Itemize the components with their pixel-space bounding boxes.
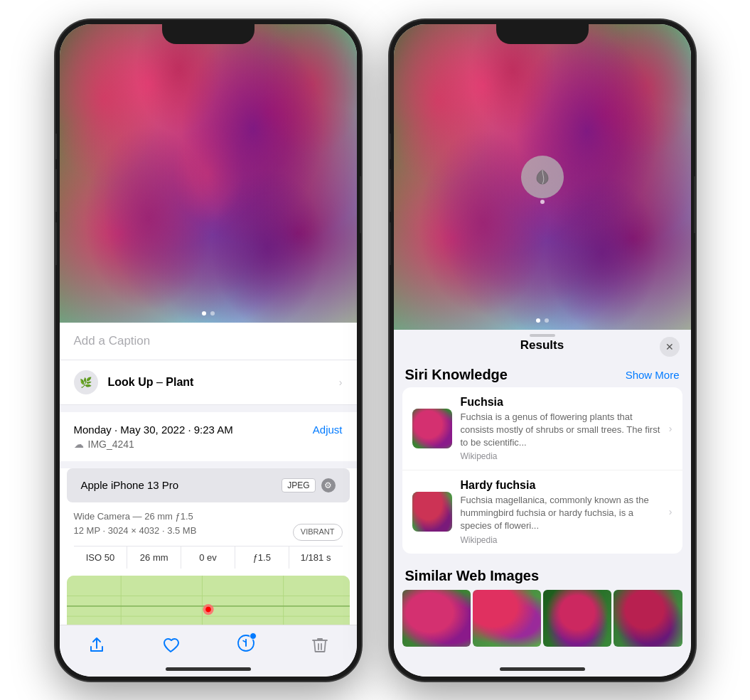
fuchsia-source: Wikipedia bbox=[461, 451, 660, 461]
flower-overlay bbox=[60, 24, 357, 323]
hardy-fuchsia-item[interactable]: Hardy fuchsia Fuchsia magellanica, commo… bbox=[402, 470, 682, 554]
results-title: Results bbox=[520, 338, 564, 352]
home-indicator bbox=[166, 667, 251, 671]
fuchsia-chevron-icon: › bbox=[669, 423, 673, 434]
exif-iso: ISO 50 bbox=[74, 546, 128, 569]
adjust-button[interactable]: Adjust bbox=[313, 424, 343, 436]
photo-view[interactable] bbox=[60, 24, 357, 323]
svg-rect-0 bbox=[67, 576, 350, 624]
exif-ev: 0 ev bbox=[181, 546, 235, 569]
right-home-indicator bbox=[500, 667, 585, 671]
hardy-chevron-icon: › bbox=[669, 506, 673, 517]
similar-image-3[interactable] bbox=[543, 590, 611, 647]
fuchsia-item[interactable]: Fuchsia Fuchsia is a genus of flowering … bbox=[402, 387, 682, 471]
right-page-indicator bbox=[536, 318, 549, 323]
device-name-text: Apple iPhone 13 Pro bbox=[81, 479, 179, 491]
heart-button[interactable] bbox=[162, 637, 179, 654]
hardy-info: Hardy fuchsia Fuchsia magellanica, commo… bbox=[461, 479, 660, 545]
caption-field[interactable]: Add a Caption bbox=[60, 323, 357, 360]
exif-row: ISO 50 26 mm 0 ev ƒ1.5 1/181 s bbox=[74, 546, 343, 569]
volume-up-button-right[interactable] bbox=[390, 169, 391, 212]
fuchsia-name: Fuchsia bbox=[461, 396, 660, 409]
exif-aperture: ƒ1.5 bbox=[235, 546, 289, 569]
chevron-right-icon: › bbox=[339, 377, 343, 388]
siri-knowledge-title: Siri Knowledge bbox=[405, 367, 508, 383]
flower-photo bbox=[60, 24, 357, 323]
trash-icon bbox=[312, 637, 328, 654]
device-row: Apple iPhone 13 Pro JPEG ⚙ bbox=[67, 468, 350, 502]
info-button[interactable] bbox=[237, 634, 255, 657]
dot-1 bbox=[202, 311, 206, 316]
hardy-thumbnail bbox=[412, 492, 452, 532]
show-more-button[interactable]: Show More bbox=[626, 369, 680, 381]
format-badge: JPEG bbox=[282, 478, 315, 492]
dot-right-2 bbox=[545, 318, 549, 323]
look-up-row[interactable]: 🌿 Look Up – Plant › bbox=[60, 360, 357, 405]
similar-images-header: Similar Web Images bbox=[394, 561, 691, 590]
similar-image-1[interactable] bbox=[402, 590, 471, 647]
date-text: Monday · May 30, 2022 · 9:23 AM bbox=[74, 424, 233, 436]
leaf-siri-icon bbox=[531, 166, 554, 188]
hardy-desc: Fuchsia magellanica, commonly known as t… bbox=[461, 494, 660, 533]
siri-visual-search-badge[interactable] bbox=[521, 156, 564, 198]
date-row: Monday · May 30, 2022 · 9:23 AM Adjust bbox=[74, 424, 343, 436]
dot-2 bbox=[210, 311, 215, 316]
right-photo-view bbox=[394, 24, 691, 330]
left-phone: Add a Caption 🌿 Look Up – Plant › bbox=[55, 20, 361, 681]
exif-shutter: 1/181 s bbox=[289, 546, 343, 569]
hardy-name: Hardy fuchsia bbox=[461, 479, 660, 492]
power-button-right[interactable] bbox=[694, 176, 695, 233]
volume-down-button-right[interactable] bbox=[390, 222, 391, 265]
map-preview[interactable] bbox=[67, 576, 350, 624]
delete-button[interactable] bbox=[312, 637, 328, 654]
camera-line2: 12 MP · 3024 × 4032 · 3.5 MB VIBRANT bbox=[74, 524, 343, 539]
device-badges: JPEG ⚙ bbox=[282, 478, 335, 492]
close-button[interactable]: ✕ bbox=[660, 337, 680, 357]
siri-knowledge-header: Siri Knowledge Show More bbox=[394, 360, 691, 387]
similar-image-2[interactable] bbox=[473, 590, 541, 647]
siri-badge-dot bbox=[540, 200, 545, 204]
vibrant-badge: VIBRANT bbox=[293, 524, 343, 541]
lookup-icon: 🌿 bbox=[74, 370, 98, 394]
volume-down-button[interactable] bbox=[55, 222, 57, 265]
hardy-thumb-image bbox=[412, 492, 452, 532]
similar-image-4[interactable] bbox=[614, 590, 682, 647]
info-badge-dot bbox=[250, 632, 257, 640]
settings-icon[interactable]: ⚙ bbox=[321, 478, 336, 492]
fuchsia-info: Fuchsia Fuchsia is a genus of flowering … bbox=[461, 396, 660, 462]
filename-text: IMG_4241 bbox=[88, 438, 134, 450]
mute-button[interactable] bbox=[55, 134, 57, 159]
fuchsia-thumb-image bbox=[412, 409, 452, 448]
left-screen-content: Add a Caption 🌿 Look Up – Plant › bbox=[60, 24, 357, 677]
knowledge-card: Fuchsia Fuchsia is a genus of flowering … bbox=[402, 387, 682, 554]
drag-handle bbox=[530, 334, 555, 337]
device-section: Apple iPhone 13 Pro JPEG ⚙ Wide Camera —… bbox=[60, 468, 357, 625]
share-button[interactable] bbox=[88, 637, 105, 654]
power-button[interactable] bbox=[360, 176, 361, 233]
heart-icon bbox=[162, 637, 179, 654]
right-screen-content: Results ✕ Siri Knowledge Show More Fuchs… bbox=[394, 24, 691, 677]
caption-placeholder[interactable]: Add a Caption bbox=[74, 334, 151, 348]
right-phone: Results ✕ Siri Knowledge Show More Fuchs… bbox=[390, 20, 695, 681]
volume-up-button[interactable] bbox=[55, 169, 57, 212]
exif-mm: 26 mm bbox=[127, 546, 181, 569]
cloud-icon: ☁ bbox=[74, 438, 84, 450]
results-panel[interactable]: Results ✕ Siri Knowledge Show More Fuchs… bbox=[394, 330, 691, 677]
fuchsia-desc: Fuchsia is a genus of flowering plants t… bbox=[461, 411, 660, 450]
camera-line1: Wide Camera — 26 mm ƒ1.5 bbox=[74, 510, 343, 524]
hardy-source: Wikipedia bbox=[461, 535, 660, 545]
results-header: Results ✕ bbox=[394, 330, 691, 360]
filename-row: ☁ IMG_4241 bbox=[74, 438, 343, 450]
share-icon bbox=[88, 637, 105, 654]
camera-specs: Wide Camera — 26 mm ƒ1.5 12 MP · 3024 × … bbox=[60, 502, 357, 546]
mute-button-right[interactable] bbox=[390, 134, 391, 159]
left-phone-screen: Add a Caption 🌿 Look Up – Plant › bbox=[60, 24, 357, 677]
map-svg bbox=[67, 576, 350, 624]
dot-right-1 bbox=[536, 318, 540, 323]
lookup-text: Look Up – Plant bbox=[108, 376, 194, 389]
metadata-section: Monday · May 30, 2022 · 9:23 AM Adjust ☁… bbox=[60, 412, 357, 461]
photo-info-area[interactable]: Add a Caption 🌿 Look Up – Plant › bbox=[60, 323, 357, 625]
fuchsia-thumbnail bbox=[412, 409, 452, 448]
svg-point-9 bbox=[205, 607, 211, 613]
page-indicator bbox=[202, 311, 215, 316]
